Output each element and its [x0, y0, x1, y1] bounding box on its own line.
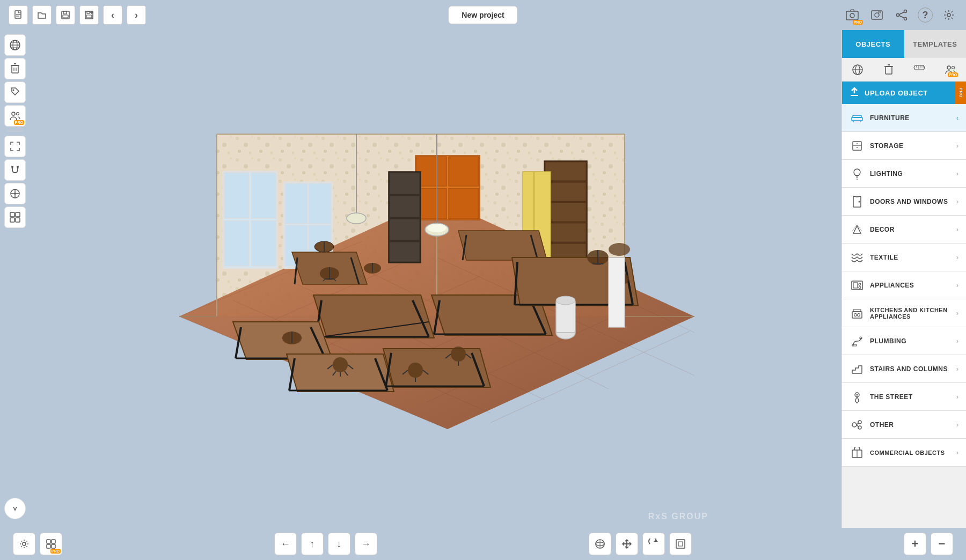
commercial-label: COMMERCIAL OBJECTS [870, 450, 956, 456]
svg-point-214 [852, 423, 857, 427]
help-button[interactable]: ? [918, 8, 933, 23]
panel-icon-row: PRO [842, 58, 966, 82]
upload-object-button[interactable]: UPLOAD OBJECT PRO [842, 82, 966, 104]
svg-rect-202 [853, 283, 858, 288]
category-appliances[interactable]: APPLIANCES › [842, 271, 966, 299]
pan-button[interactable] [616, 533, 638, 555]
category-doors-windows[interactable]: DOORS AND WINDOWS › [842, 188, 966, 216]
category-textile[interactable]: TEXTILE › [842, 244, 966, 271]
svg-rect-11 [846, 11, 858, 20]
doors-windows-chevron: › [956, 198, 958, 205]
svg-point-208 [858, 313, 860, 316]
svg-rect-224 [47, 544, 50, 548]
svg-point-134 [609, 243, 630, 256]
stairs-chevron: › [956, 365, 958, 373]
zoom-out-button[interactable]: − [931, 533, 953, 555]
collapse-button[interactable] [4, 498, 26, 519]
svg-marker-139 [383, 349, 491, 387]
svg-rect-225 [52, 544, 55, 548]
redo-button[interactable]: › [127, 5, 146, 25]
svg-line-20 [899, 16, 904, 18]
share-button[interactable] [893, 6, 910, 24]
category-storage[interactable]: STORAGE › [842, 132, 966, 160]
rotate-button[interactable] [642, 533, 665, 555]
svg-rect-223 [52, 540, 55, 543]
svg-point-34 [17, 113, 19, 115]
svg-rect-188 [852, 117, 862, 121]
pro-people-tool-button[interactable]: PRO [4, 105, 26, 127]
settings2-tool-button[interactable] [4, 207, 26, 228]
svg-point-21 [947, 13, 950, 17]
category-street[interactable]: THE STREET › [842, 383, 966, 411]
street-icon [850, 389, 865, 404]
nav-down-button[interactable]: ↓ [328, 533, 350, 555]
category-other[interactable]: OTHER › [842, 411, 966, 439]
delete-tool-button[interactable] [4, 58, 26, 79]
category-decor[interactable]: DECOR › [842, 216, 966, 244]
save-as-button[interactable] [79, 5, 99, 25]
panel-delete-icon[interactable] [880, 61, 897, 78]
tab-templates[interactable]: TEMPLATES [904, 30, 967, 58]
pro-camera-button[interactable]: PRO [844, 6, 861, 24]
street-label: THE STREET [870, 393, 956, 401]
project-title-area: New project [448, 6, 517, 24]
settings-button[interactable] [940, 6, 957, 24]
svg-rect-178 [885, 67, 892, 74]
svg-point-195 [857, 147, 858, 148]
svg-point-33 [12, 112, 15, 115]
tab-objects[interactable]: OBJECTS [842, 30, 904, 58]
canvas-area[interactable]: RxS GROUP [0, 30, 841, 528]
new-project-button[interactable]: New project [448, 6, 517, 24]
fit-button[interactable] [669, 533, 692, 555]
lighting-chevron: › [956, 170, 958, 178]
svg-point-162 [451, 347, 466, 362]
panel-globe-icon[interactable] [849, 61, 866, 78]
category-furniture[interactable]: FURNITURE ‹ [842, 104, 966, 132]
fullscreen-tool-button[interactable] [4, 136, 26, 157]
pro-stack-button[interactable]: PRO [40, 533, 62, 555]
svg-rect-192 [853, 142, 861, 150]
svg-rect-90 [545, 223, 586, 242]
panel-tabs: OBJECTS TEMPLATES [842, 30, 966, 58]
category-plumbing[interactable]: PLUMBING › [842, 327, 966, 355]
svg-rect-222 [47, 540, 50, 543]
panel-people-icon[interactable]: PRO [942, 61, 959, 78]
appliances-label: APPLIANCES [870, 282, 956, 289]
main-area: PRO [0, 30, 966, 528]
magnet-tool-button[interactable] [4, 159, 26, 181]
svg-rect-5 [63, 15, 68, 18]
svg-rect-106 [309, 183, 331, 224]
nav-up-button[interactable]: ↑ [301, 533, 324, 555]
nav-right-button[interactable]: → [355, 533, 377, 555]
svg-rect-189 [853, 115, 861, 117]
svg-point-186 [952, 66, 955, 69]
svg-point-185 [947, 66, 950, 69]
upload-pro-badge: PRO [955, 82, 966, 104]
svg-point-32 [13, 90, 14, 91]
svg-rect-27 [12, 65, 18, 73]
category-kitchens[interactable]: KITCHENS AND KITCHEN APPLIANCES › [842, 299, 966, 327]
panel-ruler-icon[interactable] [911, 61, 928, 78]
undo-button[interactable]: ‹ [103, 5, 122, 25]
screenshot-button[interactable] [868, 6, 885, 24]
room-scene[interactable] [126, 91, 716, 467]
open-file-button[interactable] [32, 5, 52, 25]
plumbing-icon [850, 334, 865, 349]
nav-left-button[interactable]: ← [274, 533, 297, 555]
tag-tool-button[interactable] [4, 82, 26, 103]
svg-point-18 [904, 18, 907, 20]
svg-point-173 [556, 296, 575, 305]
category-commercial[interactable]: COMMERCIAL OBJECTS › [842, 439, 966, 467]
kitchens-chevron: › [956, 310, 958, 317]
orbit-button[interactable] [589, 533, 611, 555]
save-button[interactable] [56, 5, 75, 25]
category-stairs[interactable]: STAIRS AND COLUMNS › [842, 355, 966, 383]
globe-tool-button[interactable] [4, 34, 26, 56]
plumbing-chevron: › [956, 337, 958, 345]
category-lighting[interactable]: LIGHTING › [842, 160, 966, 188]
new-file-button[interactable] [9, 5, 28, 25]
settings3-button[interactable] [13, 533, 35, 555]
link-tool-button[interactable] [4, 183, 26, 204]
svg-rect-231 [678, 542, 683, 546]
zoom-in-button[interactable]: + [904, 533, 926, 555]
